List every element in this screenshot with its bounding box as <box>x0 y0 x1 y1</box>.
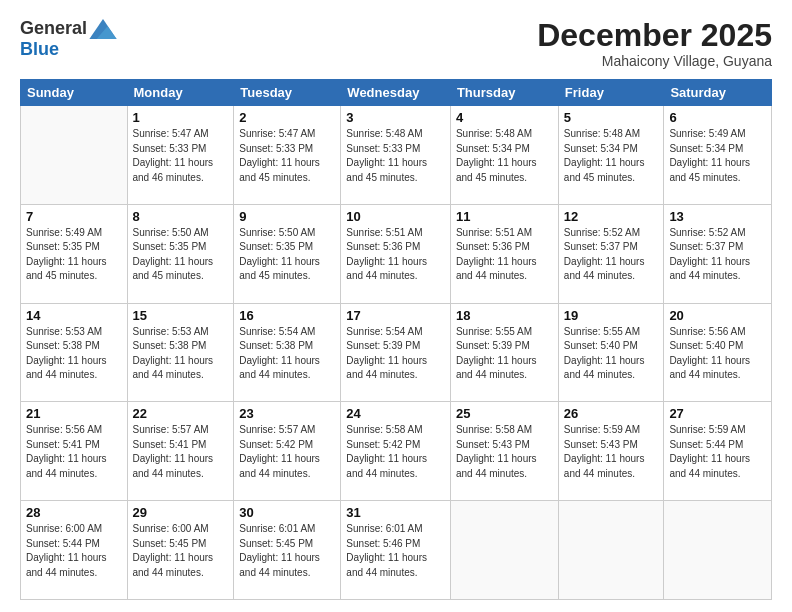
day-number: 11 <box>456 209 553 224</box>
day-info: Sunrise: 6:01 AM Sunset: 5:46 PM Dayligh… <box>346 522 445 580</box>
logo-blue: Blue <box>20 39 59 59</box>
day-info: Sunrise: 5:51 AM Sunset: 5:36 PM Dayligh… <box>346 226 445 284</box>
day-info: Sunrise: 5:58 AM Sunset: 5:43 PM Dayligh… <box>456 423 553 481</box>
calendar-cell: 9Sunrise: 5:50 AM Sunset: 5:35 PM Daylig… <box>234 204 341 303</box>
calendar-cell: 25Sunrise: 5:58 AM Sunset: 5:43 PM Dayli… <box>450 402 558 501</box>
day-number: 27 <box>669 406 766 421</box>
calendar-cell: 1Sunrise: 5:47 AM Sunset: 5:33 PM Daylig… <box>127 106 234 205</box>
day-number: 24 <box>346 406 445 421</box>
month-title: December 2025 <box>537 18 772 53</box>
day-number: 26 <box>564 406 659 421</box>
calendar-cell: 12Sunrise: 5:52 AM Sunset: 5:37 PM Dayli… <box>558 204 664 303</box>
day-info: Sunrise: 5:52 AM Sunset: 5:37 PM Dayligh… <box>564 226 659 284</box>
calendar-cell: 15Sunrise: 5:53 AM Sunset: 5:38 PM Dayli… <box>127 303 234 402</box>
calendar-cell: 11Sunrise: 5:51 AM Sunset: 5:36 PM Dayli… <box>450 204 558 303</box>
calendar-cell: 19Sunrise: 5:55 AM Sunset: 5:40 PM Dayli… <box>558 303 664 402</box>
day-info: Sunrise: 5:56 AM Sunset: 5:41 PM Dayligh… <box>26 423 122 481</box>
day-number: 13 <box>669 209 766 224</box>
day-info: Sunrise: 6:00 AM Sunset: 5:44 PM Dayligh… <box>26 522 122 580</box>
calendar-cell <box>21 106 128 205</box>
day-number: 22 <box>133 406 229 421</box>
day-info: Sunrise: 5:59 AM Sunset: 5:43 PM Dayligh… <box>564 423 659 481</box>
day-info: Sunrise: 5:57 AM Sunset: 5:41 PM Dayligh… <box>133 423 229 481</box>
header-thursday: Thursday <box>450 80 558 106</box>
day-number: 10 <box>346 209 445 224</box>
calendar-cell: 13Sunrise: 5:52 AM Sunset: 5:37 PM Dayli… <box>664 204 772 303</box>
week-row-3: 14Sunrise: 5:53 AM Sunset: 5:38 PM Dayli… <box>21 303 772 402</box>
day-number: 9 <box>239 209 335 224</box>
calendar-cell: 20Sunrise: 5:56 AM Sunset: 5:40 PM Dayli… <box>664 303 772 402</box>
header-sunday: Sunday <box>21 80 128 106</box>
day-info: Sunrise: 6:00 AM Sunset: 5:45 PM Dayligh… <box>133 522 229 580</box>
day-info: Sunrise: 5:51 AM Sunset: 5:36 PM Dayligh… <box>456 226 553 284</box>
page: General Blue December 2025 Mahaicony Vil… <box>0 0 792 612</box>
header-friday: Friday <box>558 80 664 106</box>
day-info: Sunrise: 5:49 AM Sunset: 5:35 PM Dayligh… <box>26 226 122 284</box>
day-info: Sunrise: 5:50 AM Sunset: 5:35 PM Dayligh… <box>133 226 229 284</box>
day-info: Sunrise: 5:49 AM Sunset: 5:34 PM Dayligh… <box>669 127 766 185</box>
calendar-cell: 10Sunrise: 5:51 AM Sunset: 5:36 PM Dayli… <box>341 204 451 303</box>
calendar-table: Sunday Monday Tuesday Wednesday Thursday… <box>20 79 772 600</box>
day-info: Sunrise: 5:57 AM Sunset: 5:42 PM Dayligh… <box>239 423 335 481</box>
calendar-cell: 5Sunrise: 5:48 AM Sunset: 5:34 PM Daylig… <box>558 106 664 205</box>
day-info: Sunrise: 5:55 AM Sunset: 5:39 PM Dayligh… <box>456 325 553 383</box>
calendar-cell: 4Sunrise: 5:48 AM Sunset: 5:34 PM Daylig… <box>450 106 558 205</box>
day-number: 6 <box>669 110 766 125</box>
calendar-cell: 7Sunrise: 5:49 AM Sunset: 5:35 PM Daylig… <box>21 204 128 303</box>
calendar-cell <box>450 501 558 600</box>
calendar-cell: 16Sunrise: 5:54 AM Sunset: 5:38 PM Dayli… <box>234 303 341 402</box>
calendar-cell: 29Sunrise: 6:00 AM Sunset: 5:45 PM Dayli… <box>127 501 234 600</box>
day-number: 14 <box>26 308 122 323</box>
calendar-cell <box>558 501 664 600</box>
calendar-cell: 8Sunrise: 5:50 AM Sunset: 5:35 PM Daylig… <box>127 204 234 303</box>
logo: General Blue <box>20 18 117 60</box>
header-wednesday: Wednesday <box>341 80 451 106</box>
day-number: 21 <box>26 406 122 421</box>
calendar-cell: 18Sunrise: 5:55 AM Sunset: 5:39 PM Dayli… <box>450 303 558 402</box>
day-number: 7 <box>26 209 122 224</box>
day-info: Sunrise: 5:48 AM Sunset: 5:34 PM Dayligh… <box>456 127 553 185</box>
day-info: Sunrise: 5:53 AM Sunset: 5:38 PM Dayligh… <box>133 325 229 383</box>
day-number: 17 <box>346 308 445 323</box>
day-number: 16 <box>239 308 335 323</box>
week-row-5: 28Sunrise: 6:00 AM Sunset: 5:44 PM Dayli… <box>21 501 772 600</box>
day-info: Sunrise: 5:48 AM Sunset: 5:33 PM Dayligh… <box>346 127 445 185</box>
header-tuesday: Tuesday <box>234 80 341 106</box>
day-number: 5 <box>564 110 659 125</box>
day-info: Sunrise: 5:59 AM Sunset: 5:44 PM Dayligh… <box>669 423 766 481</box>
day-number: 23 <box>239 406 335 421</box>
day-number: 31 <box>346 505 445 520</box>
day-number: 12 <box>564 209 659 224</box>
day-info: Sunrise: 5:52 AM Sunset: 5:37 PM Dayligh… <box>669 226 766 284</box>
day-info: Sunrise: 5:56 AM Sunset: 5:40 PM Dayligh… <box>669 325 766 383</box>
day-info: Sunrise: 5:47 AM Sunset: 5:33 PM Dayligh… <box>239 127 335 185</box>
calendar-cell: 6Sunrise: 5:49 AM Sunset: 5:34 PM Daylig… <box>664 106 772 205</box>
calendar-cell: 30Sunrise: 6:01 AM Sunset: 5:45 PM Dayli… <box>234 501 341 600</box>
week-row-2: 7Sunrise: 5:49 AM Sunset: 5:35 PM Daylig… <box>21 204 772 303</box>
calendar-cell: 28Sunrise: 6:00 AM Sunset: 5:44 PM Dayli… <box>21 501 128 600</box>
day-info: Sunrise: 5:50 AM Sunset: 5:35 PM Dayligh… <box>239 226 335 284</box>
calendar-cell: 31Sunrise: 6:01 AM Sunset: 5:46 PM Dayli… <box>341 501 451 600</box>
day-info: Sunrise: 5:48 AM Sunset: 5:34 PM Dayligh… <box>564 127 659 185</box>
week-row-4: 21Sunrise: 5:56 AM Sunset: 5:41 PM Dayli… <box>21 402 772 501</box>
day-info: Sunrise: 5:47 AM Sunset: 5:33 PM Dayligh… <box>133 127 229 185</box>
day-number: 29 <box>133 505 229 520</box>
calendar-cell: 26Sunrise: 5:59 AM Sunset: 5:43 PM Dayli… <box>558 402 664 501</box>
day-number: 28 <box>26 505 122 520</box>
day-info: Sunrise: 5:55 AM Sunset: 5:40 PM Dayligh… <box>564 325 659 383</box>
day-number: 3 <box>346 110 445 125</box>
header: General Blue December 2025 Mahaicony Vil… <box>20 18 772 69</box>
calendar-cell: 17Sunrise: 5:54 AM Sunset: 5:39 PM Dayli… <box>341 303 451 402</box>
day-info: Sunrise: 5:53 AM Sunset: 5:38 PM Dayligh… <box>26 325 122 383</box>
week-row-1: 1Sunrise: 5:47 AM Sunset: 5:33 PM Daylig… <box>21 106 772 205</box>
calendar-cell: 3Sunrise: 5:48 AM Sunset: 5:33 PM Daylig… <box>341 106 451 205</box>
day-number: 20 <box>669 308 766 323</box>
day-info: Sunrise: 6:01 AM Sunset: 5:45 PM Dayligh… <box>239 522 335 580</box>
day-info: Sunrise: 5:54 AM Sunset: 5:39 PM Dayligh… <box>346 325 445 383</box>
calendar-cell: 22Sunrise: 5:57 AM Sunset: 5:41 PM Dayli… <box>127 402 234 501</box>
location-subtitle: Mahaicony Village, Guyana <box>537 53 772 69</box>
calendar-cell: 27Sunrise: 5:59 AM Sunset: 5:44 PM Dayli… <box>664 402 772 501</box>
calendar-cell <box>664 501 772 600</box>
logo-general: General <box>20 18 87 39</box>
calendar-cell: 2Sunrise: 5:47 AM Sunset: 5:33 PM Daylig… <box>234 106 341 205</box>
